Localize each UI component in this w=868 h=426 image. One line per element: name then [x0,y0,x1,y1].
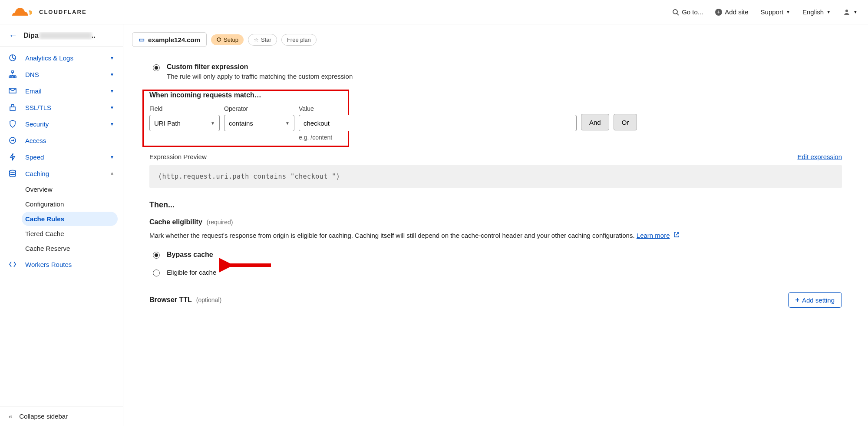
account-name: Dipa.. [23,32,114,40]
field-label: Field [149,105,220,112]
content: ▭ example124.com Setup ☆ Star Free plan … [123,24,868,426]
user-icon [843,8,851,16]
support-menu[interactable]: Support ▼ [761,8,790,16]
svg-rect-9 [10,107,15,110]
lock-icon [9,103,17,111]
caret-down-icon: ▼ [285,121,290,126]
caching-submenu: Overview Configuration Cache Rules Tiere… [0,182,123,256]
eligible-cache-option[interactable]: Eligible for cache [153,268,842,276]
plus-icon: + [715,9,722,16]
external-link-icon [673,230,680,241]
language-label: English [802,8,824,16]
bolt-icon [9,153,17,161]
goto-search[interactable]: Go to... [672,8,703,16]
caret-down-icon: ▼ [110,72,114,77]
radio-checked[interactable] [153,252,160,259]
cloudflare-logo-icon [10,6,36,18]
svg-point-11 [10,170,16,173]
language-menu[interactable]: English ▼ [802,8,831,16]
refresh-icon [216,37,221,42]
logo[interactable]: CLOUDFLARE [10,6,87,18]
or-button[interactable]: Or [614,114,637,130]
sidebar-sub-cache-reserve[interactable]: Cache Reserve [22,241,118,256]
custom-filter-label: Custom filter expression [167,63,353,71]
expression-preview-label: Expression Preview [149,153,207,160]
email-icon [9,87,17,95]
collapse-label: Collapse sidebar [19,413,68,420]
sidebar-item-access[interactable]: Access [0,132,123,149]
goto-label: Go to... [682,8,703,16]
user-menu[interactable]: ▼ [843,8,858,16]
star-pill[interactable]: ☆ Star [248,34,277,46]
radio-checked[interactable] [153,64,160,71]
edit-expression-link[interactable]: Edit expression [797,153,842,160]
site-selector[interactable]: ▭ example124.com [132,32,207,47]
sidebar-sub-configuration[interactable]: Configuration [22,197,118,211]
star-icon: ☆ [254,37,259,43]
sidebar-sub-cache-rules[interactable]: Cache Rules [22,212,118,226]
sidebar-item-label: Workers Routes [25,261,72,268]
bypass-cache-option[interactable]: Bypass cache [153,250,842,259]
setup-pill[interactable]: Setup [211,34,244,45]
access-icon [9,136,17,144]
caching-icon [9,170,17,177]
svg-rect-6 [12,76,13,78]
sidebar-item-label: DNS [25,71,39,78]
and-button[interactable]: And [581,114,609,130]
caret-down-icon: ▼ [110,105,114,110]
sidebar-item-label: Speed [25,153,44,161]
sidebar-item-label: Analytics & Logs [25,54,73,62]
value-label: Value [299,105,577,112]
content-header: ▭ example124.com Setup ☆ Star Free plan [123,24,868,55]
sidebar-item-label: Security [25,120,49,128]
support-label: Support [761,8,784,16]
back-arrow-icon[interactable]: ← [9,30,17,40]
operator-select[interactable]: contains ▼ [224,115,294,131]
sidebar-item-label: Caching [25,170,49,177]
setup-label: Setup [224,37,238,43]
value-input[interactable] [299,115,577,131]
operator-value: contains [229,120,253,127]
star-label: Star [261,37,271,43]
caret-down-icon: ▼ [110,56,114,60]
sidebar-sub-tiered-cache[interactable]: Tiered Cache [22,226,118,241]
add-site-link[interactable]: + Add site [715,8,748,16]
sidebar-item-analytics[interactable]: Analytics & Logs ▼ [0,50,123,66]
learn-more-link[interactable]: Learn more [637,232,670,239]
caret-down-icon: ▼ [826,10,831,14]
sidebar-nav: Analytics & Logs ▼ DNS ▼ Email ▼ SSL/TLS… [0,47,123,406]
caret-down-icon: ▼ [853,10,858,14]
sidebar-item-security[interactable]: Security ▼ [0,116,123,132]
custom-filter-desc: The rule will only apply to traffic matc… [167,73,353,80]
caret-down-icon: ▼ [211,121,215,126]
field-value: URI Path [154,120,181,127]
sidebar-item-dns[interactable]: DNS ▼ [0,66,123,83]
website-icon: ▭ [139,36,145,43]
bypass-label: Bypass cache [167,251,213,259]
search-icon [672,9,679,16]
caret-down-icon: ▼ [110,155,114,160]
header-actions: Go to... + Add site Support ▼ English ▼ … [672,8,858,16]
plan-pill[interactable]: Free plan [281,34,317,46]
sidebar-item-caching[interactable]: Caching ▼ [0,165,123,182]
value-hint: e.g. /content [299,134,577,141]
caret-up-icon: ▼ [110,171,114,176]
field-select[interactable]: URI Path ▼ [149,115,220,131]
analytics-icon [9,54,17,62]
add-setting-button[interactable]: + Add setting [788,292,842,308]
match-heading: When incoming requests match… [149,91,842,99]
sidebar-item-label: Email [25,87,42,95]
custom-filter-option[interactable]: Custom filter expression The rule will o… [153,63,842,80]
radio-unchecked[interactable] [153,270,160,276]
sidebar-item-email[interactable]: Email ▼ [0,83,123,99]
sidebar-item-speed[interactable]: Speed ▼ [0,149,123,165]
sidebar-sub-overview[interactable]: Overview [22,182,118,196]
sidebar-item-workers[interactable]: Workers Routes [0,256,123,273]
collapse-sidebar[interactable]: « Collapse sidebar [0,406,123,426]
dns-icon [9,70,17,78]
sidebar-item-ssl[interactable]: SSL/TLS ▼ [0,99,123,116]
caret-down-icon: ▼ [110,89,114,93]
add-setting-label: Add setting [802,296,835,304]
svg-rect-7 [14,76,16,78]
account-switcher[interactable]: ← Dipa.. [0,24,123,47]
